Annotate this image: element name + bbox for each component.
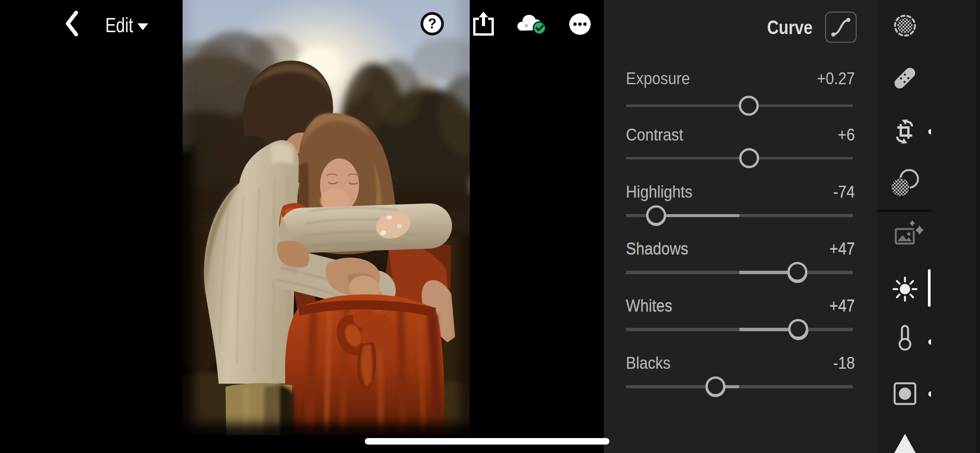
- svg-text:?: ?: [428, 16, 437, 31]
